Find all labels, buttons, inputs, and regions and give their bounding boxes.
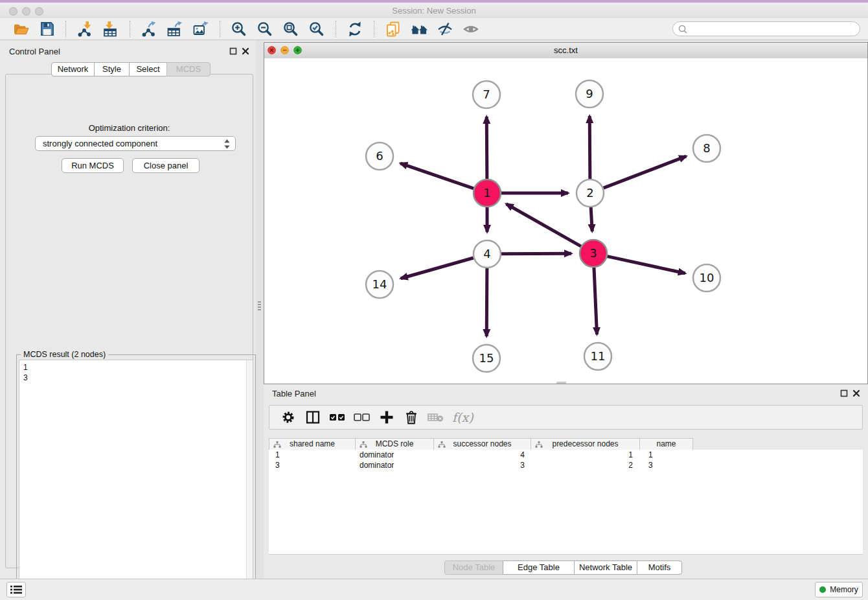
show-all-button[interactable]	[462, 20, 480, 38]
import-table-button[interactable]	[102, 20, 120, 38]
refresh-layout-button[interactable]	[346, 20, 364, 38]
zoom-fit-icon	[282, 21, 299, 38]
checked-boxes-icon	[329, 413, 346, 422]
tab-select[interactable]: Select	[129, 62, 167, 76]
tab-node-table[interactable]: Node Table	[444, 560, 503, 575]
cell-name[interactable]: 1	[642, 450, 696, 460]
cell-mcds-role[interactable]: dominator	[356, 460, 435, 470]
network-graph[interactable]: 1234678910111415	[264, 58, 867, 384]
tab-network[interactable]: Network	[51, 62, 95, 76]
zoom-fit-button[interactable]	[282, 20, 300, 38]
float-table-panel-icon[interactable]	[840, 389, 848, 397]
close-panel-button[interactable]: Close panel	[132, 158, 200, 173]
tab-mcds[interactable]: MCDS	[166, 62, 211, 76]
cell-name[interactable]: 3	[642, 460, 696, 470]
open-session-button[interactable]	[12, 20, 30, 38]
result-item[interactable]: 1	[19, 360, 253, 373]
zoom-selected-button[interactable]	[308, 20, 326, 38]
result-scrollbar[interactable]	[246, 360, 253, 594]
hide-selected-button[interactable]	[436, 20, 454, 38]
cell-successor-nodes[interactable]: 4	[435, 450, 532, 460]
main-titlebar[interactable]: Session: New Session	[0, 3, 868, 19]
memory-button[interactable]: Memory	[815, 582, 863, 597]
export-table-button[interactable]	[166, 20, 184, 38]
canvas-resize-handle[interactable]	[556, 382, 566, 384]
export-image-button[interactable]	[192, 20, 210, 38]
graph-node-label-10: 10	[700, 271, 714, 284]
graph-edge-3-10[interactable]	[607, 257, 685, 273]
column-header-shared-name[interactable]: shared name	[269, 438, 356, 450]
task-history-button[interactable]	[6, 582, 26, 597]
network-canvas[interactable]: 1234678910111415	[264, 58, 867, 384]
column-header-predecessor-nodes[interactable]: predecessor nodes	[531, 438, 640, 450]
column-header-mcds-role[interactable]: MCDS role	[355, 438, 434, 450]
import-network-button[interactable]	[76, 20, 94, 38]
search-input[interactable]	[672, 21, 860, 36]
tab-edge-table[interactable]: Edge Table	[503, 560, 575, 575]
trash-icon	[404, 410, 419, 425]
graph-edge-3-11[interactable]	[594, 268, 597, 334]
criterion-value: strongly connected component	[43, 139, 157, 148]
clone-network-button[interactable]	[384, 20, 402, 38]
network-view-window[interactable]: scc.txt 1234678910111415	[264, 42, 868, 384]
float-panel-icon[interactable]	[229, 47, 237, 55]
graph-edge-3-1[interactable]	[507, 204, 581, 246]
table-settings-button[interactable]	[280, 409, 297, 426]
export-network-button[interactable]	[140, 20, 158, 38]
cell-predecessor-nodes[interactable]: 2	[532, 460, 642, 470]
table-row[interactable]: 1 dominator 4 1 1	[269, 450, 863, 460]
panel-splitter[interactable]	[256, 40, 264, 579]
split-view-button[interactable]	[304, 409, 321, 426]
tab-style[interactable]: Style	[94, 62, 130, 76]
close-panel-icon[interactable]	[242, 47, 249, 55]
mcds-result-title: MCDS result (2 nodes)	[21, 350, 108, 359]
tab-motifs[interactable]: Motifs	[637, 560, 682, 575]
cell-predecessor-nodes[interactable]: 1	[532, 450, 642, 460]
export-table-icon	[166, 21, 183, 38]
graph-edge-1-6[interactable]	[400, 163, 474, 189]
unchecked-boxes-icon	[354, 413, 371, 422]
delete-column-button[interactable]	[403, 409, 420, 426]
zoom-in-button[interactable]	[230, 20, 248, 38]
criterion-select[interactable]: strongly connected component	[35, 136, 236, 151]
column-header-successor-nodes[interactable]: successor nodes	[433, 438, 531, 450]
graph-node-label-8: 8	[703, 141, 710, 155]
mcds-result-list[interactable]: 1 3	[19, 360, 253, 594]
toolbar-separator	[220, 21, 220, 38]
graph-edge-2-8[interactable]	[604, 156, 687, 188]
column-header-name[interactable]: name	[639, 438, 693, 450]
add-column-button[interactable]	[378, 409, 395, 426]
graph-edge-2-3[interactable]	[591, 207, 592, 231]
network-window-titlebar[interactable]: scc.txt	[264, 43, 867, 59]
splitter-handle-icon[interactable]	[258, 301, 261, 312]
cell-successor-nodes[interactable]: 3	[435, 460, 532, 470]
search-icon	[678, 24, 688, 34]
graph-edge-4-3[interactable]	[501, 253, 571, 254]
graph-edge-4-14[interactable]	[401, 258, 474, 279]
deselect-all-button[interactable]	[354, 409, 371, 426]
zoom-out-button[interactable]	[256, 20, 274, 38]
graph-edge-2-9[interactable]	[589, 116, 590, 179]
select-all-button[interactable]	[329, 409, 346, 426]
graph-node-label-6: 6	[376, 149, 383, 163]
table-row[interactable]: 3 dominator 3 2 3	[269, 460, 863, 470]
result-item[interactable]: 3	[19, 373, 253, 383]
first-neighbors-button[interactable]	[410, 20, 428, 38]
graph-edge-4-15[interactable]	[486, 268, 487, 336]
function-builder-button[interactable]: f(x)	[452, 410, 474, 424]
node-table-body[interactable]: 1 dominator 4 1 1 3 dominator 3 2 3	[269, 450, 863, 555]
save-session-button[interactable]	[38, 20, 56, 38]
cell-shared-name[interactable]: 3	[269, 460, 356, 470]
cell-shared-name[interactable]: 1	[269, 450, 356, 460]
graph-node-label-1: 1	[483, 186, 490, 200]
close-table-panel-icon[interactable]	[852, 389, 860, 397]
delete-table-button[interactable]	[428, 409, 444, 426]
graph-edge-1-7[interactable]	[486, 117, 487, 179]
column-label: predecessor nodes	[552, 439, 618, 448]
cell-mcds-role[interactable]: dominator	[356, 450, 435, 460]
zoom-out-icon	[257, 21, 273, 38]
tab-network-table[interactable]: Network Table	[574, 560, 637, 575]
plus-icon	[379, 410, 394, 425]
window-title: Session: New Session	[0, 6, 868, 16]
run-mcds-button[interactable]: Run MCDS	[62, 158, 124, 173]
